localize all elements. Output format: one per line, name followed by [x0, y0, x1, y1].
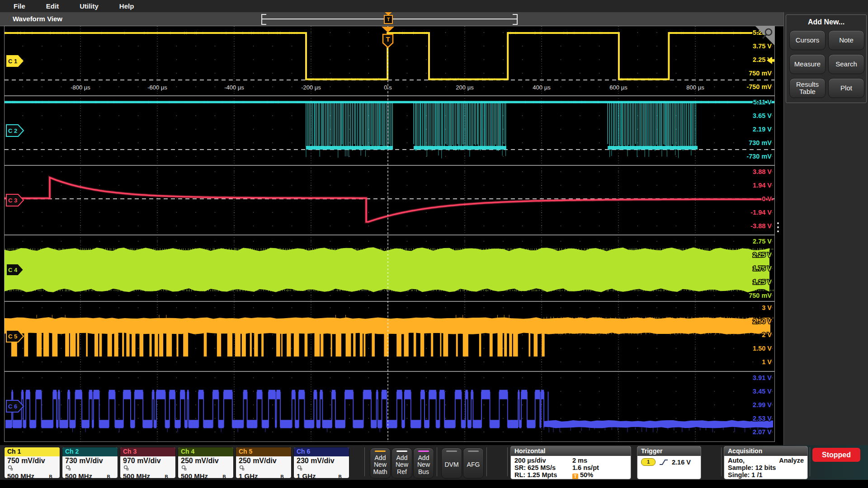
channel-scale: 250 mV/div [181, 457, 233, 465]
panel-splitter-handle[interactable] [777, 222, 779, 232]
channel-badge-ch3[interactable]: Ch 3970 mV/div500 MHzBw [120, 447, 175, 478]
minimap-trigger-T-icon[interactable]: T [384, 15, 393, 24]
channel-badge-header: Ch 3 [120, 447, 175, 456]
horizontal-panel-body: 200 µs/div 2 ms SR: 625 MS/s 1.6 ns/pt R… [511, 456, 631, 479]
svg-text:2.50 V: 2.50 V [753, 318, 772, 325]
probe-icon [7, 465, 14, 471]
svg-text:1.50 V: 1.50 V [753, 345, 772, 352]
run-stop-status-button[interactable]: Stopped [812, 448, 860, 462]
add-new-measure-button[interactable]: Measure [789, 54, 826, 74]
minimap-right-bracket[interactable] [513, 14, 518, 25]
horizontal-sample-rate: SR: 625 MS/s [514, 464, 572, 471]
separator [810, 447, 810, 476]
channel-badge-header: Ch 2 [62, 447, 118, 456]
svg-text:C 2: C 2 [8, 127, 17, 134]
svg-text:2.07 V: 2.07 V [753, 428, 772, 436]
svg-text:3 V: 3 V [762, 304, 772, 311]
svg-text:-750 mV: -750 mV [746, 83, 772, 90]
svg-text:2.25 V: 2.25 V [753, 251, 772, 258]
svg-text:2.99 V: 2.99 V [753, 401, 772, 408]
svg-text:C 6: C 6 [8, 403, 17, 410]
svg-text:2.75 V: 2.75 V [753, 238, 772, 245]
separator [507, 447, 508, 476]
separator [437, 447, 437, 476]
afg-button[interactable]: AFG [463, 448, 484, 479]
add-new-cursors-button[interactable]: Cursors [789, 30, 826, 50]
horizontal-scale: 200 µs/div [514, 457, 572, 464]
svg-text:200 µs: 200 µs [456, 84, 474, 91]
channel-badge-ch1[interactable]: Ch 1750 mV/div500 MHzBw [5, 447, 60, 478]
channel-bandwidth: 500 MHzBw [123, 473, 175, 478]
separator [721, 447, 722, 476]
add-new-math-button[interactable]: AddNewMath [370, 448, 391, 479]
svg-text:1.25 V: 1.25 V [753, 278, 772, 286]
svg-text:-730 mV: -730 mV [746, 153, 772, 160]
settings-bar: Horizontal 200 µs/div 2 ms SR: 625 MS/s … [0, 445, 868, 480]
svg-text:1.75 V: 1.75 V [753, 265, 772, 272]
horizontal-trigger-position: T50% [572, 471, 627, 479]
svg-text:-1.94 V: -1.94 V [750, 209, 772, 216]
bandwidth-limit-icon: Bw [49, 474, 55, 478]
channel-bandwidth: 500 MHzBw [181, 473, 233, 478]
svg-text:C 5: C 5 [8, 333, 17, 340]
svg-text:-800 µs: -800 µs [71, 84, 90, 91]
horizontal-record-length: RL: 1.25 Mpts [514, 471, 572, 479]
bandwidth-limit-icon: Bw [223, 474, 229, 478]
add-new-panel: Add New... CursorsNoteMeasureSearchResul… [783, 12, 868, 445]
channel-badge-body: 750 mV/div500 MHzBw [5, 456, 60, 478]
channel-4-waveform[interactable] [5, 247, 774, 292]
horizontal-duration: 2 ms [572, 457, 627, 464]
channel-bandwidth: 1 GHzBw [239, 473, 291, 478]
channel-badge-ch2[interactable]: Ch 2730 mV/div500 MHzBw [62, 447, 118, 478]
acquisition-panel-body: Auto, Analyze Sample: 12 bits Single: 1 … [724, 456, 807, 479]
tab-waveform-view[interactable]: Waveform View [13, 15, 62, 23]
add-new-ref-button[interactable]: AddNewRef [392, 448, 412, 479]
horizontal-position-minimap[interactable]: T [261, 14, 518, 24]
time-axis-labels: -800 µs-600 µs-400 µs-200 µs0 s200 µs400… [71, 84, 704, 91]
add-new-bus-button[interactable]: AddNewBus [413, 448, 434, 479]
dvm-button[interactable]: DVM [441, 448, 462, 479]
trigger-panel[interactable]: Trigger 1 2.16 V [637, 446, 701, 479]
menubar: FileEditUtilityHelp [0, 0, 868, 12]
svg-text:T: T [386, 35, 390, 43]
channel-badge-ch4[interactable]: Ch 4250 mV/div500 MHzBw [178, 447, 233, 478]
probe-icon [181, 465, 187, 471]
probe-icon [65, 465, 71, 471]
probe-icon [297, 465, 303, 471]
channel-badge-ch6[interactable]: Ch 6230 mV/div1 GHzBw [294, 447, 349, 478]
rising-edge-icon [659, 459, 669, 466]
svg-text:400 µs: 400 µs [533, 84, 551, 91]
svg-text:1 V: 1 V [762, 358, 772, 366]
add-new-note-button[interactable]: Note [828, 30, 864, 50]
horizontal-resolution: 1.6 ns/pt [572, 464, 627, 471]
minimap-left-bracket[interactable] [261, 14, 266, 25]
waveform-view[interactable]: -800 µs-600 µs-400 µs-200 µs0 s200 µs400… [5, 26, 774, 441]
channel-badge-body: 250 mV/div1 GHzBw [236, 456, 291, 478]
channel-badge-ch5[interactable]: Ch 5250 mV/div1 GHzBw [236, 447, 291, 478]
menu-item-utility[interactable]: Utility [80, 2, 99, 10]
menu-item-edit[interactable]: Edit [46, 2, 59, 10]
horizontal-panel[interactable]: Horizontal 200 µs/div 2 ms SR: 625 MS/s … [511, 446, 631, 479]
acquisition-panel[interactable]: Acquisition Auto, Analyze Sample: 12 bit… [724, 446, 807, 479]
add-new-plot-button[interactable]: Plot [828, 78, 864, 98]
trigger-panel-title: Trigger [637, 446, 701, 456]
svg-text:5.11 V: 5.11 V [753, 99, 772, 106]
svg-text:750 mV: 750 mV [749, 70, 772, 77]
svg-text:C 3: C 3 [8, 197, 17, 204]
svg-text:3.45 V: 3.45 V [753, 388, 772, 395]
bandwidth-limit-icon: Bw [165, 474, 171, 478]
menu-item-help[interactable]: Help [119, 2, 134, 10]
add-new-results-table-button[interactable]: Results Table [789, 78, 826, 98]
channel-badge-body: 230 mV/div1 GHzBw [294, 456, 349, 478]
separator [364, 447, 365, 476]
add-new-search-button[interactable]: Search [828, 54, 864, 74]
svg-text:3.75 V: 3.75 V [753, 42, 772, 50]
channel-badge-header: Ch 6 [294, 447, 349, 456]
svg-text:-600 µs: -600 µs [147, 84, 167, 91]
acquisition-sample: Sample: 12 bits [728, 464, 804, 471]
svg-text:0 V: 0 V [762, 195, 772, 202]
horizontal-panel-title: Horizontal [511, 446, 631, 456]
channel-badge-body: 250 mV/div500 MHzBw [178, 456, 233, 478]
oscilloscope-app: FileEditUtilityHelp Waveform View T -800… [0, 0, 868, 488]
menu-item-file[interactable]: File [14, 2, 25, 10]
